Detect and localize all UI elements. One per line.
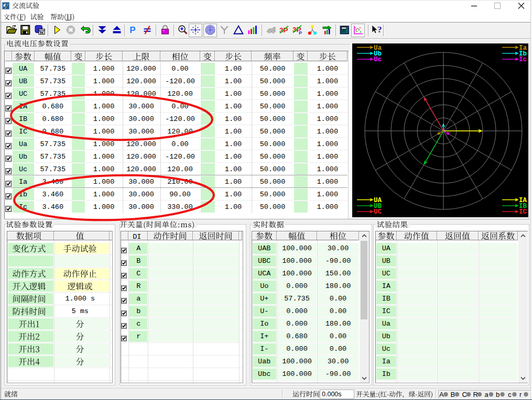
- svg-text:P: P: [129, 25, 135, 35]
- svg-text:W: W: [39, 30, 44, 35]
- svg-text:Uc: Uc: [374, 56, 382, 63]
- svg-text:Ic: Ic: [519, 56, 527, 63]
- svg-text:IC: IC: [519, 208, 527, 216]
- svg-text:UC: UC: [374, 208, 382, 216]
- svg-text:P: P: [299, 30, 302, 36]
- svg-text:?: ?: [377, 25, 382, 35]
